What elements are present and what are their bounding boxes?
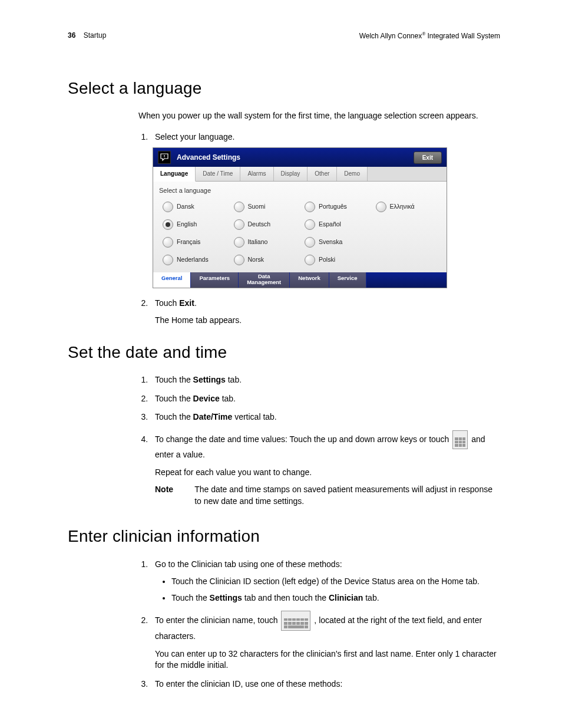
btab-service[interactable]: Service xyxy=(329,272,366,288)
tab-other[interactable]: Other xyxy=(308,167,337,181)
heading-date-time: Set the date and time xyxy=(68,341,500,364)
s2-step-3: Touch the Date/Time vertical tab. xyxy=(150,411,500,423)
keyboard-icon xyxy=(281,611,310,631)
language-option[interactable]: Polski xyxy=(305,255,370,265)
radio-icon xyxy=(305,237,315,248)
intro-1: When you power up the wall system for th… xyxy=(138,110,500,122)
s3-step-2: To enter the clinician name, touch , loc… xyxy=(150,611,500,671)
heading-clinician: Enter clinician information xyxy=(68,525,500,548)
language-label: Suomi xyxy=(248,202,266,211)
radio-icon xyxy=(305,255,315,265)
language-grid: DanskSuomiPortuguêsΕλληνικάEnglishDeutsc… xyxy=(159,202,441,265)
tab-date-time[interactable]: Date / Time xyxy=(196,167,240,181)
note-label: Note xyxy=(155,484,173,507)
language-option[interactable]: Suomi xyxy=(234,202,299,212)
language-option[interactable]: Ελληνικά xyxy=(376,202,441,212)
s3-step-1: Go to the Clinician tab using one of the… xyxy=(150,559,500,604)
speech-icon xyxy=(158,151,171,164)
keypad-icon xyxy=(452,430,468,449)
language-label: Deutsch xyxy=(248,220,271,229)
language-option[interactable]: Español xyxy=(305,219,370,230)
radio-icon xyxy=(305,202,315,212)
device-titlebar: Advanced Settings Exit xyxy=(153,148,447,167)
btab-parameters[interactable]: Parameters xyxy=(191,272,239,288)
language-option[interactable]: Deutsch xyxy=(234,219,299,230)
btab-data-mgmt[interactable]: DataManagement xyxy=(239,272,290,288)
language-option[interactable]: Norsk xyxy=(234,255,299,265)
language-label: Nederlands xyxy=(177,255,209,264)
header-left: 36 Startup xyxy=(68,31,106,41)
radio-icon xyxy=(163,202,173,212)
s1-step-2: Touch Exit. The Home tab appears. xyxy=(150,298,500,327)
language-label: English xyxy=(177,220,197,229)
radio-icon xyxy=(163,237,173,248)
language-label: Polski xyxy=(319,255,335,264)
s2-step-2: Touch the Device tab. xyxy=(150,393,500,405)
tab-language[interactable]: Language xyxy=(153,167,196,182)
tab-alarms[interactable]: Alarms xyxy=(240,167,273,181)
language-option[interactable]: Italiano xyxy=(234,237,299,248)
language-label: Norsk xyxy=(248,255,264,264)
page-number: 36 xyxy=(68,31,75,39)
radio-icon xyxy=(163,255,173,265)
device-title: Advanced Settings xyxy=(177,153,408,163)
language-label: Português xyxy=(319,202,347,211)
s3-step-3: To enter the clinician ID, use one of th… xyxy=(150,678,500,690)
device-screenshot: Advanced Settings Exit Language Date / T… xyxy=(153,147,447,288)
header-right: Welch Allyn Connex® Integrated Wall Syst… xyxy=(359,31,500,41)
tab-demo[interactable]: Demo xyxy=(337,167,368,181)
page-header: 36 Startup Welch Allyn Connex® Integrate… xyxy=(68,31,500,41)
note-block: Note The date and time stamps on saved p… xyxy=(155,484,500,507)
radio-icon xyxy=(234,202,244,212)
language-panel: Select a language DanskSuomiPortuguêsΕλλ… xyxy=(153,182,447,272)
heading-select-language: Select a language xyxy=(68,77,500,100)
radio-icon xyxy=(376,202,386,212)
panel-title: Select a language xyxy=(159,186,441,195)
language-label: Svenska xyxy=(319,238,342,246)
language-label: Español xyxy=(319,220,341,229)
s3-bullet-2: Touch the Settings tab and then touch th… xyxy=(171,592,500,604)
language-label: Italiano xyxy=(248,238,268,246)
s2-step-4: To change the date and time values: Touc… xyxy=(150,430,500,508)
top-tabs: Language Date / Time Alarms Display Othe… xyxy=(153,167,447,182)
btab-network[interactable]: Network xyxy=(290,272,329,288)
exit-button[interactable]: Exit xyxy=(414,151,442,164)
language-option[interactable]: English xyxy=(163,219,228,230)
s1-step-1: Select your language. Advanced Settings … xyxy=(150,131,500,288)
tab-display[interactable]: Display xyxy=(274,167,308,181)
radio-icon xyxy=(234,255,244,265)
section-name: Startup xyxy=(84,31,107,39)
radio-icon xyxy=(234,219,244,230)
language-label: Dansk xyxy=(177,202,194,211)
language-option[interactable]: Português xyxy=(305,202,370,212)
language-option[interactable]: Svenska xyxy=(305,237,370,248)
language-label: Français xyxy=(177,238,200,246)
language-label: Ελληνικά xyxy=(390,202,415,211)
note-text: The date and time stamps on saved patien… xyxy=(194,484,500,507)
radio-icon xyxy=(234,237,244,248)
language-option[interactable]: Nederlands xyxy=(163,255,228,265)
btab-general[interactable]: General xyxy=(153,272,191,288)
radio-icon xyxy=(305,219,315,230)
language-option[interactable]: Français xyxy=(163,237,228,248)
bottom-tabs: General Parameters DataManagement Networ… xyxy=(153,272,447,288)
s3-bullet-1: Touch the Clinician ID section (left edg… xyxy=(171,576,500,588)
radio-icon xyxy=(163,219,173,230)
s2-step-1: Touch the Settings tab. xyxy=(150,374,500,386)
language-option[interactable]: Dansk xyxy=(163,202,228,212)
